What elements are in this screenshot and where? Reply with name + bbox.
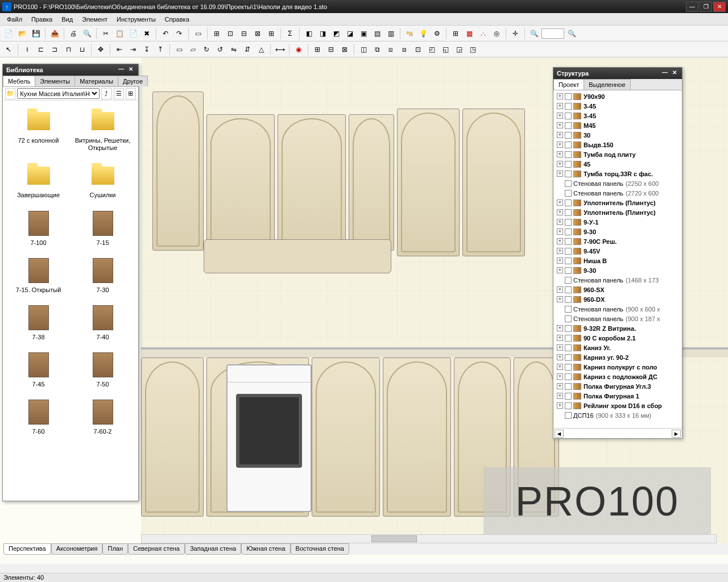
library-path-combo[interactable]: Кухни Массив Италия\Н [17,88,100,99]
checkbox[interactable] [565,151,572,158]
tree-row[interactable]: +9-30 [555,265,681,275]
panel-close-icon[interactable]: ✕ [127,66,135,74]
tree-row[interactable]: +960-SX [555,285,681,294]
tool5-icon[interactable]: ▣ [357,27,370,40]
library-tab-3[interactable]: Другое [118,76,148,86]
library-tab-0[interactable]: Мебель [3,76,35,86]
g6-icon[interactable]: ⧇ [384,43,397,56]
crosshair-icon[interactable]: ✛ [509,27,522,40]
checkbox[interactable] [565,132,572,139]
checkbox[interactable] [565,142,572,148]
expander-icon[interactable]: + [557,161,563,167]
op4-icon[interactable]: ⊔ [76,43,88,56]
undo-icon[interactable]: ↶ [159,27,172,40]
g12-icon[interactable]: ◳ [466,43,479,56]
view-tab-3[interactable]: Северная стена [128,543,185,555]
shape2-icon[interactable]: ▱ [187,43,199,56]
tree-row[interactable]: +Тумба торц.33R с фас. [555,169,681,178]
expander-icon[interactable]: + [557,238,563,244]
checkbox[interactable] [565,103,572,110]
move-icon[interactable]: ✥ [94,43,107,56]
redo-icon[interactable]: ↷ [173,27,185,40]
view-tab-1[interactable]: Аксонометрия [51,543,103,555]
flip1-icon[interactable]: ⇋ [228,43,240,56]
expander-icon[interactable]: + [557,132,563,138]
panel-minimize-icon[interactable]: — [661,69,669,77]
library-item[interactable]: Сушилки [72,160,134,201]
tree-row[interactable]: Стеновая панель(900 x 187 x [555,314,681,323]
checkbox[interactable] [565,383,572,390]
checkbox[interactable] [565,412,572,419]
expander-icon[interactable]: + [557,364,563,370]
open-icon[interactable]: 📂 [16,27,28,40]
panel-minimize-icon[interactable]: — [117,66,125,74]
tree-row[interactable]: Стеновая панель(1468 x 173 [555,275,681,285]
sum-icon[interactable]: Σ [284,27,296,40]
align1-icon[interactable]: ⇤ [113,43,126,56]
library-item[interactable]: 7-45 [7,349,69,390]
expander-icon[interactable]: + [557,171,563,177]
divider-icon[interactable]: ⫲ [21,43,34,56]
g9-icon[interactable]: ◰ [425,43,438,56]
library-item[interactable]: 7-100 [7,207,69,249]
zoom-in-icon[interactable]: 🔍 [565,27,578,40]
expander-icon[interactable]: + [557,103,563,109]
tree-row[interactable]: +Рейлинг хром D16 в сбор [555,401,681,410]
expander-icon[interactable]: + [557,402,563,409]
op1-icon[interactable]: ⊏ [35,43,47,56]
maximize-button[interactable]: ❐ [700,2,712,12]
checkbox[interactable] [565,248,572,255]
tree-row[interactable]: +Карниз уг. 90-2 [555,352,681,362]
library-item[interactable]: 72 с колонной [7,105,69,154]
tool1-icon[interactable]: ◧ [303,27,315,40]
checkbox[interactable] [565,335,572,342]
copy-icon[interactable]: 📋 [113,27,126,40]
g3-icon[interactable]: ⊠ [338,43,351,56]
g11-icon[interactable]: ◲ [453,43,465,56]
tree-row[interactable]: +9-У-1 [555,217,681,227]
library-item[interactable]: 7-60 [7,396,69,438]
checkbox[interactable] [565,354,572,361]
expander-icon[interactable]: + [557,286,563,293]
tree-row[interactable]: +У90x90 [555,92,681,101]
align4-icon[interactable]: ⤒ [154,43,167,56]
paste-icon[interactable]: 📄 [127,27,139,40]
view3-icon[interactable]: ⊟ [238,27,250,40]
tree-row[interactable]: ДСП16(900 x 333 x 16 мм) [555,410,681,420]
tree-row[interactable]: Стеновая панель(2250 x 600 [555,178,681,188]
checkbox[interactable] [565,344,572,351]
tree-row[interactable]: +960-DX [555,294,681,304]
snap-icon[interactable]: ⸫ [477,27,489,40]
expander-icon[interactable]: + [557,209,563,215]
expander-icon[interactable]: + [557,383,563,389]
horizontal-scrollbar[interactable] [141,534,717,543]
g2-icon[interactable]: ⊟ [325,43,337,56]
cut-icon[interactable]: ✂ [100,27,112,40]
setting-icon[interactable]: ⚙ [431,27,443,40]
menu-Справка[interactable]: Справка [160,14,194,24]
expander-icon[interactable]: + [557,354,563,360]
tree-row[interactable]: Стеновая панель(2720 x 600 [555,188,681,198]
target2-icon[interactable]: ◉ [292,43,305,56]
view-grid-icon[interactable]: ⊞ [126,88,136,99]
print-icon[interactable]: 🖨 [67,27,80,40]
tree-row[interactable]: +45 [555,159,681,169]
expander-icon[interactable]: + [557,199,563,206]
tree-row[interactable]: +7-90С Реш. [555,236,681,246]
expander-icon[interactable]: + [557,113,563,119]
print-preview-icon[interactable]: 🔍 [81,27,93,40]
warn-icon[interactable]: △ [255,43,267,56]
checkbox[interactable] [565,364,572,371]
tool4-icon[interactable]: ◪ [344,27,356,40]
scroll-left-icon[interactable]: ◄ [555,430,564,438]
grid2-icon[interactable]: ▦ [463,27,475,40]
tool7-icon[interactable]: ▥ [384,27,397,40]
library-item[interactable]: 7-15. Открытый [7,255,69,296]
expander-icon[interactable]: + [557,325,563,331]
checkbox[interactable] [565,122,572,129]
structure-tree[interactable]: +У90x90+3-45+3-45+М45+30+Выдв.150+Тумба … [553,90,682,428]
checkbox[interactable] [565,315,572,322]
menu-Инструменты[interactable]: Инструменты [112,14,160,24]
zoom-input[interactable] [541,28,564,39]
view-tab-5[interactable]: Южная стена [241,543,290,555]
